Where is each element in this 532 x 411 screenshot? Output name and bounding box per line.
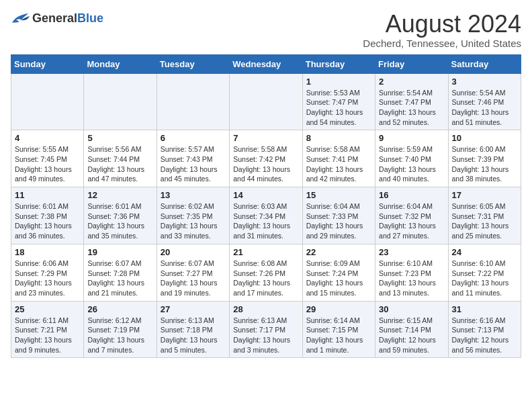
day-number: 14 [233, 190, 298, 200]
calendar-header-row: SundayMondayTuesdayWednesdayThursdayFrid… [11, 54, 521, 73]
day-info: Sunrise: 6:06 AM Sunset: 7:29 PM Dayligh… [15, 259, 80, 298]
day-info: Sunrise: 5:58 AM Sunset: 7:42 PM Dayligh… [233, 144, 298, 184]
day-number: 30 [379, 304, 444, 314]
day-number: 19 [87, 247, 152, 257]
day-info: Sunrise: 5:57 AM Sunset: 7:43 PM Dayligh… [161, 144, 226, 184]
day-info: Sunrise: 6:16 AM Sunset: 7:13 PM Dayligh… [452, 316, 517, 355]
calendar-cell: 16Sunrise: 6:04 AM Sunset: 7:32 PM Dayli… [375, 187, 448, 244]
title-block: August 2024 Decherd, Tennessee, United S… [363, 11, 521, 49]
day-number: 11 [15, 190, 80, 200]
day-info: Sunrise: 6:07 AM Sunset: 7:28 PM Dayligh… [87, 259, 152, 298]
calendar-cell: 1Sunrise: 5:53 AM Sunset: 7:47 PM Daylig… [302, 73, 375, 130]
calendar-cell: 8Sunrise: 5:58 AM Sunset: 7:41 PM Daylig… [302, 130, 375, 187]
calendar-week-row: 11Sunrise: 6:01 AM Sunset: 7:38 PM Dayli… [11, 187, 521, 244]
day-info: Sunrise: 6:13 AM Sunset: 7:17 PM Dayligh… [233, 316, 298, 355]
day-info: Sunrise: 6:02 AM Sunset: 7:35 PM Dayligh… [161, 201, 226, 241]
day-info: Sunrise: 6:10 AM Sunset: 7:23 PM Dayligh… [379, 259, 444, 298]
calendar-cell: 29Sunrise: 6:14 AM Sunset: 7:15 PM Dayli… [302, 301, 375, 358]
calendar-cell: 17Sunrise: 6:05 AM Sunset: 7:31 PM Dayli… [448, 187, 521, 244]
day-number: 22 [306, 247, 371, 257]
calendar-cell: 2Sunrise: 5:54 AM Sunset: 7:47 PM Daylig… [375, 73, 448, 130]
day-number: 7 [233, 133, 298, 143]
calendar-day-header: Thursday [302, 54, 375, 73]
logo-blue: Blue [77, 11, 103, 25]
main-title: August 2024 [363, 11, 521, 38]
day-number: 29 [306, 304, 371, 314]
calendar-day-header: Tuesday [157, 54, 229, 73]
calendar-week-row: 4Sunrise: 5:55 AM Sunset: 7:45 PM Daylig… [11, 130, 521, 187]
day-info: Sunrise: 6:10 AM Sunset: 7:22 PM Dayligh… [452, 259, 517, 298]
day-number: 8 [306, 133, 371, 143]
calendar-cell: 9Sunrise: 5:59 AM Sunset: 7:40 PM Daylig… [375, 130, 448, 187]
day-info: Sunrise: 6:05 AM Sunset: 7:31 PM Dayligh… [452, 201, 517, 241]
calendar-week-row: 25Sunrise: 6:11 AM Sunset: 7:21 PM Dayli… [11, 301, 521, 358]
day-info: Sunrise: 6:04 AM Sunset: 7:33 PM Dayligh… [306, 201, 371, 241]
day-info: Sunrise: 6:01 AM Sunset: 7:36 PM Dayligh… [87, 201, 152, 241]
day-number: 15 [306, 190, 371, 200]
day-number: 31 [452, 304, 517, 314]
day-info: Sunrise: 6:04 AM Sunset: 7:32 PM Dayligh… [379, 201, 444, 241]
calendar-week-row: 1Sunrise: 5:53 AM Sunset: 7:47 PM Daylig… [11, 73, 521, 130]
calendar-day-header: Sunday [11, 54, 84, 73]
day-number: 17 [452, 190, 517, 200]
day-info: Sunrise: 6:09 AM Sunset: 7:24 PM Dayligh… [306, 259, 371, 298]
day-info: Sunrise: 6:12 AM Sunset: 7:19 PM Dayligh… [87, 316, 152, 355]
calendar-cell: 7Sunrise: 5:58 AM Sunset: 7:42 PM Daylig… [230, 130, 302, 187]
calendar-cell: 14Sunrise: 6:03 AM Sunset: 7:34 PM Dayli… [230, 187, 302, 244]
day-info: Sunrise: 6:15 AM Sunset: 7:14 PM Dayligh… [379, 316, 444, 355]
day-info: Sunrise: 5:54 AM Sunset: 7:46 PM Dayligh… [452, 88, 517, 128]
calendar-cell: 27Sunrise: 6:13 AM Sunset: 7:18 PM Dayli… [157, 301, 229, 358]
calendar-table: SundayMondayTuesdayWednesdayThursdayFrid… [11, 54, 521, 359]
day-number: 25 [15, 304, 80, 314]
calendar-cell: 12Sunrise: 6:01 AM Sunset: 7:36 PM Dayli… [84, 187, 157, 244]
calendar-cell: 4Sunrise: 5:55 AM Sunset: 7:45 PM Daylig… [11, 130, 84, 187]
calendar-cell: 25Sunrise: 6:11 AM Sunset: 7:21 PM Dayli… [11, 301, 84, 358]
day-number: 27 [161, 304, 226, 314]
day-number: 2 [379, 77, 444, 87]
calendar-day-header: Monday [84, 54, 157, 73]
day-info: Sunrise: 6:11 AM Sunset: 7:21 PM Dayligh… [15, 316, 80, 355]
calendar-cell: 22Sunrise: 6:09 AM Sunset: 7:24 PM Dayli… [302, 244, 375, 301]
day-info: Sunrise: 5:54 AM Sunset: 7:47 PM Dayligh… [379, 88, 444, 128]
day-info: Sunrise: 5:58 AM Sunset: 7:41 PM Dayligh… [306, 144, 371, 184]
day-info: Sunrise: 5:59 AM Sunset: 7:40 PM Dayligh… [379, 144, 444, 184]
day-info: Sunrise: 6:03 AM Sunset: 7:34 PM Dayligh… [233, 201, 298, 241]
day-number: 3 [452, 77, 517, 87]
logo: GeneralBlue [11, 11, 103, 26]
day-number: 9 [379, 133, 444, 143]
day-info: Sunrise: 5:56 AM Sunset: 7:44 PM Dayligh… [87, 144, 152, 184]
calendar-day-header: Friday [375, 54, 448, 73]
calendar-cell: 31Sunrise: 6:16 AM Sunset: 7:13 PM Dayli… [448, 301, 521, 358]
calendar-cell [11, 73, 84, 130]
day-number: 1 [306, 77, 371, 87]
day-number: 12 [87, 190, 152, 200]
calendar-week-row: 18Sunrise: 6:06 AM Sunset: 7:29 PM Dayli… [11, 244, 521, 301]
calendar-cell: 24Sunrise: 6:10 AM Sunset: 7:22 PM Dayli… [448, 244, 521, 301]
calendar-cell: 30Sunrise: 6:15 AM Sunset: 7:14 PM Dayli… [375, 301, 448, 358]
calendar-day-header: Wednesday [230, 54, 302, 73]
day-info: Sunrise: 6:00 AM Sunset: 7:39 PM Dayligh… [452, 144, 517, 184]
day-info: Sunrise: 5:53 AM Sunset: 7:47 PM Dayligh… [306, 88, 371, 128]
day-number: 5 [87, 133, 152, 143]
day-info: Sunrise: 6:07 AM Sunset: 7:27 PM Dayligh… [161, 259, 226, 298]
calendar-cell: 23Sunrise: 6:10 AM Sunset: 7:23 PM Dayli… [375, 244, 448, 301]
calendar-cell: 13Sunrise: 6:02 AM Sunset: 7:35 PM Dayli… [157, 187, 229, 244]
calendar-cell: 18Sunrise: 6:06 AM Sunset: 7:29 PM Dayli… [11, 244, 84, 301]
calendar-cell: 26Sunrise: 6:12 AM Sunset: 7:19 PM Dayli… [84, 301, 157, 358]
day-number: 21 [233, 247, 298, 257]
calendar-cell: 19Sunrise: 6:07 AM Sunset: 7:28 PM Dayli… [84, 244, 157, 301]
calendar-cell: 28Sunrise: 6:13 AM Sunset: 7:17 PM Dayli… [230, 301, 302, 358]
day-number: 6 [161, 133, 226, 143]
calendar-cell [84, 73, 157, 130]
day-info: Sunrise: 6:08 AM Sunset: 7:26 PM Dayligh… [233, 259, 298, 298]
logo-text: GeneralBlue [32, 11, 103, 26]
day-number: 10 [452, 133, 517, 143]
day-number: 4 [15, 133, 80, 143]
calendar-cell: 21Sunrise: 6:08 AM Sunset: 7:26 PM Dayli… [230, 244, 302, 301]
day-number: 26 [87, 304, 152, 314]
day-number: 24 [452, 247, 517, 257]
calendar-cell: 10Sunrise: 6:00 AM Sunset: 7:39 PM Dayli… [448, 130, 521, 187]
page-header: GeneralBlue August 2024 Decherd, Tenness… [11, 11, 521, 49]
day-number: 23 [379, 247, 444, 257]
day-number: 20 [161, 247, 226, 257]
